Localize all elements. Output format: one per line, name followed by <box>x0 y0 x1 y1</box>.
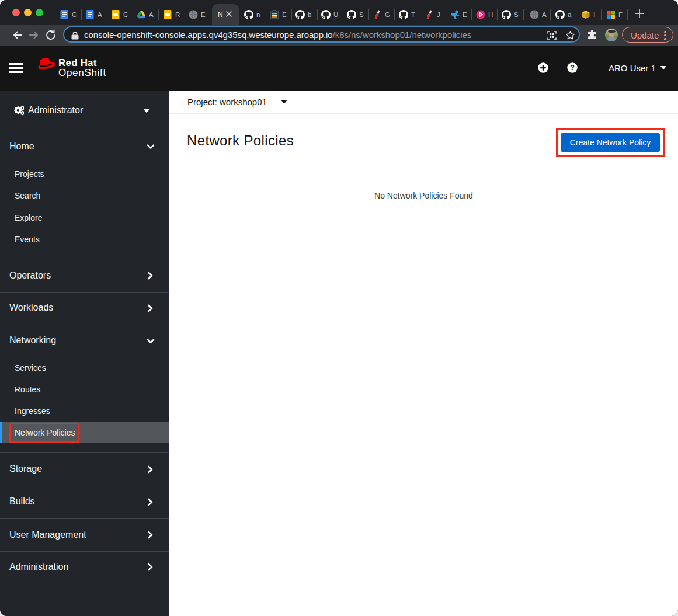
svg-text:?: ? <box>570 64 575 72</box>
